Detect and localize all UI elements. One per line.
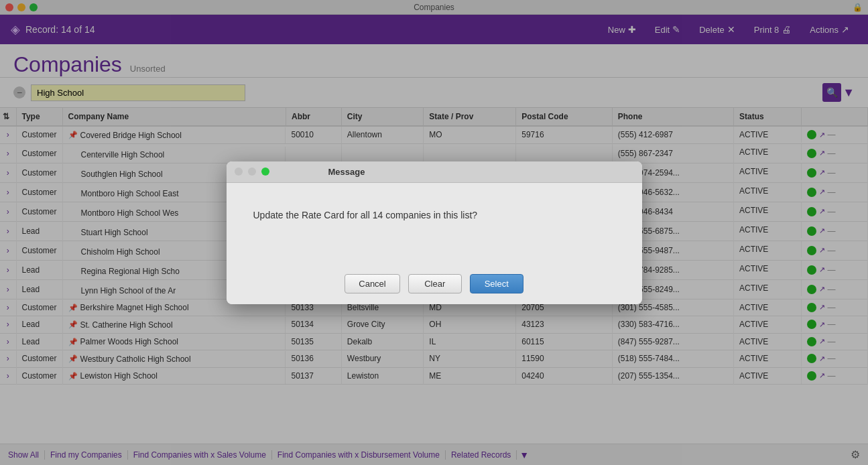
clear-button[interactable]: Clear xyxy=(408,274,462,293)
modal-body: Update the Rate Card for all 14 companie… xyxy=(227,183,642,263)
modal-max-button[interactable] xyxy=(261,168,269,176)
modal-titlebar: Message xyxy=(227,161,642,183)
modal-title: Message xyxy=(328,167,365,177)
modal-footer: Cancel Clear Select xyxy=(227,263,642,304)
app-wrapper: Companies 🔒 ◈ Record: 14 of 14 New ✚ Edi… xyxy=(0,0,868,465)
modal-overlay: Message Update the Rate Card for all 14 … xyxy=(0,0,868,465)
modal-min-button[interactable] xyxy=(248,168,256,176)
modal-close-button[interactable] xyxy=(235,168,243,176)
select-button[interactable]: Select xyxy=(470,274,523,293)
cancel-button[interactable]: Cancel xyxy=(345,274,399,293)
modal-message: Update the Rate Card for all 14 companie… xyxy=(253,210,615,220)
message-dialog: Message Update the Rate Card for all 14 … xyxy=(227,161,642,304)
